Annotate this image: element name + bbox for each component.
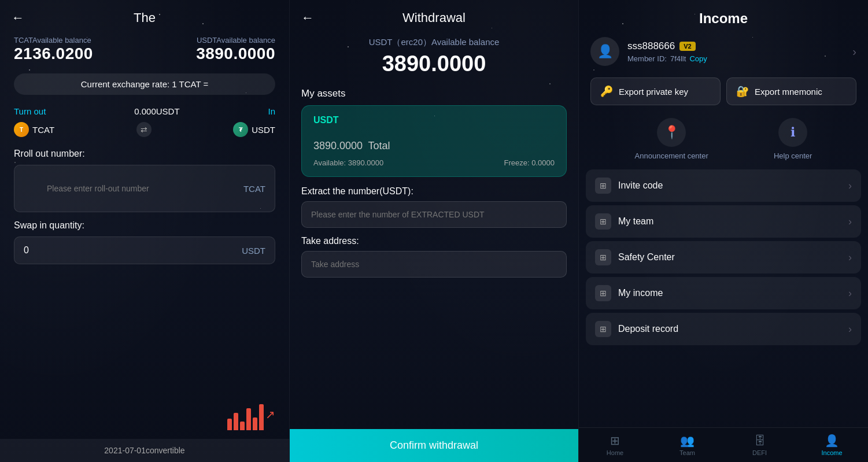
tcat-balance-col: TCATAvailable balance 2136.0200	[14, 36, 93, 63]
profile-row: 👤 sss888666 V2 Member ID: 7f4llt Copy ›	[579, 32, 868, 74]
exchange-rate-box: Current exchange rate: 1 TCAT =	[14, 73, 275, 95]
menu-item-safety-center[interactable]: ⊞ Safety Center ›	[586, 241, 861, 273]
bar-4	[246, 408, 251, 430]
safety-center-chevron-icon: ›	[848, 252, 852, 264]
usdt-balance-value: 3890.0000	[304, 51, 564, 76]
exchange-icon[interactable]: ⇄	[136, 122, 152, 137]
usdt-balance-label: USDTAvailable balance	[196, 36, 275, 45]
panel1-title: The	[134, 10, 156, 25]
profile-name-row: sss888666 V2	[627, 40, 844, 52]
available-detail: Available: 3890.0000	[313, 158, 383, 167]
menu-item-my-team[interactable]: ⊞ My team ›	[586, 205, 861, 238]
asset-card-value: 3890.0000 Total	[313, 131, 555, 154]
swap-direction-row: Turn out 0.000USDT In	[0, 103, 289, 120]
nav-home[interactable]: ⊞ Home	[579, 430, 651, 460]
export-private-key-label: Export private key	[619, 87, 688, 97]
tcat-label: TCAT	[32, 125, 54, 135]
swap-in-box: 0 USDT	[14, 236, 275, 264]
invite-code-label: Invite code	[618, 180, 841, 191]
asset-card-details: Available: 3890.0000 Freeze: 0.0000	[313, 158, 555, 167]
usdt-balance-section: USDT（erc20）Available balance 3890.0000	[290, 31, 578, 88]
panel2-header: ← Withdrawal	[290, 0, 578, 31]
team-icon: 👥	[680, 434, 695, 448]
income-panel: Income 👤 sss888666 V2 Member ID: 7f4llt …	[578, 0, 868, 462]
panel1-footer: 2021-07-01convertible	[0, 439, 289, 462]
my-team-chevron-icon: ›	[848, 216, 852, 228]
export-mnemonic-button[interactable]: 🔐 Export mnemonic	[726, 77, 856, 105]
asset-card-label: USDT	[313, 115, 555, 125]
team-label: Team	[679, 449, 695, 456]
available-value: 3890.0000	[348, 158, 383, 167]
nav-income[interactable]: 👤 Income	[796, 430, 868, 460]
export-private-key-button[interactable]: 🔑 Export private key	[590, 77, 721, 105]
exchange-panel: ← The TCATAvailable balance 2136.0200 US…	[0, 0, 289, 462]
invite-code-icon: ⊞	[595, 178, 611, 194]
tcat-token: T TCAT	[14, 122, 54, 137]
profile-info: sss888666 V2 Member ID: 7f4llt Copy	[627, 40, 844, 63]
income-title: Income	[699, 10, 748, 26]
roll-out-input-box[interactable]: TCAT	[14, 165, 275, 212]
roll-out-label: Rroll out number:	[0, 143, 289, 162]
take-address-input[interactable]	[301, 251, 567, 278]
bar-2	[234, 413, 238, 430]
avatar: 👤	[590, 37, 619, 66]
help-icon: ℹ	[778, 118, 807, 147]
extract-input[interactable]	[301, 201, 567, 228]
menu-item-invite-code[interactable]: ⊞ Invite code ›	[586, 169, 861, 202]
roll-out-input[interactable]	[38, 176, 230, 201]
my-team-icon: ⊞	[595, 213, 611, 230]
deposit-record-icon: ⊞	[595, 321, 611, 337]
turn-out-label: Turn out	[14, 106, 46, 116]
profile-name: sss888666	[627, 40, 675, 52]
help-center-item[interactable]: ℹ Help center	[774, 118, 812, 160]
panel3-header: Income	[579, 0, 868, 32]
withdrawal-back-button[interactable]: ←	[301, 10, 314, 25]
deposit-record-chevron-icon: ›	[848, 323, 852, 335]
confirm-withdrawal-button[interactable]: Confirm withdrawal	[290, 429, 578, 462]
usdt-balance-value: 3890.0000	[196, 45, 275, 63]
token-row: T TCAT ⇄ ₮ USDT	[0, 120, 289, 143]
v2-badge: V2	[679, 42, 695, 51]
my-income-chevron-icon: ›	[848, 287, 852, 300]
safety-center-icon: ⊞	[595, 249, 611, 265]
menu-item-my-income[interactable]: ⊞ My income ›	[586, 277, 861, 309]
withdrawal-panel: ← Withdrawal USDT（erc20）Available balanc…	[289, 0, 578, 462]
copy-button[interactable]: Copy	[689, 54, 707, 63]
defi-label: DEFI	[752, 449, 767, 456]
my-assets-label: My assets	[301, 88, 567, 99]
bar-6	[259, 404, 264, 430]
income-nav-label: Income	[821, 449, 842, 456]
exchange-rate-text: Current exchange rate: 1 TCAT =	[81, 79, 209, 89]
usdt-available-label: USDT（erc20）Available balance	[304, 37, 564, 48]
turn-out-value: 0.000USDT	[134, 106, 179, 116]
menu-item-deposit-record[interactable]: ⊞ Deposit record ›	[586, 313, 861, 345]
deposit-record-label: Deposit record	[618, 324, 841, 334]
profile-chevron-icon[interactable]: ›	[852, 45, 856, 58]
defi-icon: 🗄	[754, 434, 766, 448]
announcement-icon: 📍	[657, 118, 686, 147]
action-buttons-row: 🔑 Export private key 🔐 Export mnemonic	[579, 74, 868, 114]
invite-code-chevron-icon: ›	[848, 180, 852, 192]
chart-area: ↗	[227, 401, 275, 430]
bar-3	[240, 422, 245, 430]
bottom-nav: ⊞ Home 👥 Team 🗄 DEFI 👤 Income	[579, 427, 868, 462]
freeze-value: 0.0000	[531, 158, 555, 167]
usdt-label: USDT	[252, 125, 275, 135]
member-id-label: Member ID:	[627, 54, 667, 63]
in-label: In	[268, 106, 275, 116]
tcat-balance-value: 2136.0200	[14, 45, 93, 63]
announcement-center-item[interactable]: 📍 Announcement center	[635, 118, 708, 160]
extract-section: Extract the number(USDT):	[290, 177, 578, 228]
back-button[interactable]: ←	[12, 10, 24, 25]
usdt-balance-col: USDTAvailable balance 3890.0000	[196, 36, 275, 63]
nav-defi[interactable]: 🗄 DEFI	[723, 431, 796, 460]
panel2-title: Withdrawal	[402, 10, 466, 25]
my-assets-section: My assets USDT 3890.0000 Total Available…	[290, 88, 578, 177]
asset-card: USDT 3890.0000 Total Available: 3890.000…	[301, 105, 567, 177]
nav-team[interactable]: 👥 Team	[651, 430, 723, 460]
home-label: Home	[607, 449, 623, 456]
tcat-balance-label: TCATAvailable balance	[14, 36, 93, 45]
chart-arrow-icon: ↗	[265, 408, 275, 422]
my-team-label: My team	[618, 216, 841, 227]
help-label: Help center	[774, 151, 812, 160]
